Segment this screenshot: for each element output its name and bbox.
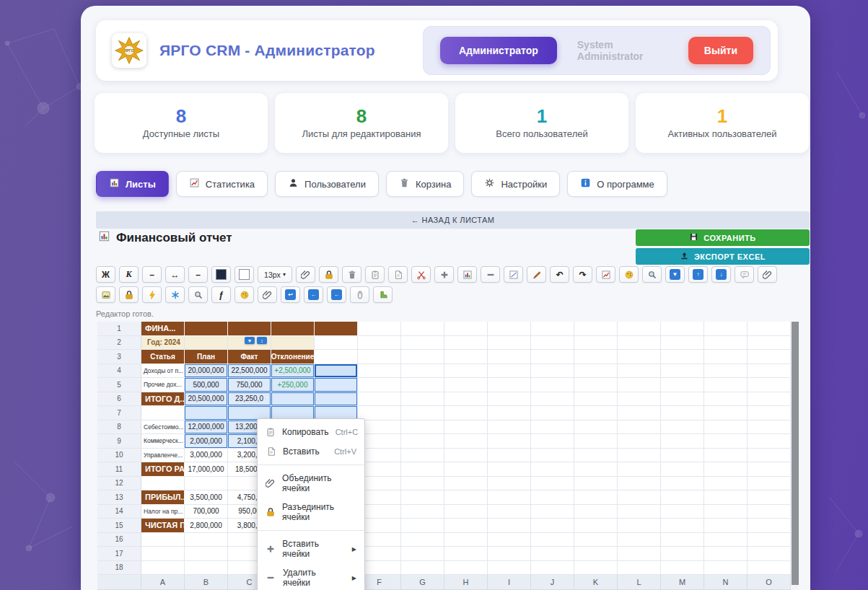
cell-A17[interactable] <box>141 547 185 561</box>
link-button[interactable] <box>296 266 315 283</box>
cell-A9[interactable]: Коммерческ... <box>141 434 185 449</box>
cell-M7[interactable] <box>661 406 704 421</box>
cell-H4[interactable] <box>444 364 488 379</box>
cell-A8[interactable]: Себестоимо... <box>141 421 185 435</box>
cell-C3[interactable]: Факт <box>228 350 271 364</box>
cell-I3[interactable] <box>488 350 531 364</box>
cell-M15[interactable] <box>661 519 704 533</box>
back-key-button[interactable]: ← <box>327 286 346 303</box>
row-header-2[interactable]: 2 <box>97 336 141 351</box>
cell-N9[interactable] <box>704 434 748 449</box>
cell-K15[interactable] <box>574 519 618 533</box>
cell-I17[interactable] <box>488 547 531 561</box>
cell-L7[interactable] <box>618 406 661 421</box>
freeze-button[interactable] <box>165 286 185 303</box>
cell-G5[interactable] <box>401 378 444 392</box>
menu-item-merge-cells[interactable]: Объединить ячейки <box>258 469 364 498</box>
cell-M1[interactable] <box>661 322 704 336</box>
italic-button[interactable]: К <box>119 266 139 283</box>
cell-N4[interactable] <box>704 364 748 379</box>
cell-O4[interactable] <box>748 364 791 379</box>
cell-O14[interactable] <box>748 505 791 519</box>
cell-N2[interactable] <box>704 336 748 351</box>
row-header-3[interactable]: 3 <box>97 350 141 364</box>
borders-button[interactable] <box>504 266 523 283</box>
cell-O5[interactable] <box>748 378 791 392</box>
cell-K11[interactable] <box>574 462 618 477</box>
cell-B7[interactable] <box>185 406 228 421</box>
cell-G18[interactable] <box>401 561 444 576</box>
cell-G14[interactable] <box>401 505 444 519</box>
row-header-7[interactable]: 7 <box>97 406 141 421</box>
cell-G2[interactable] <box>401 336 444 351</box>
cell-G15[interactable] <box>401 519 444 533</box>
cell-L3[interactable] <box>618 350 661 364</box>
cell-K12[interactable] <box>574 477 618 491</box>
cell-G11[interactable] <box>401 462 444 477</box>
cell-H8[interactable] <box>444 421 488 435</box>
cell-A2[interactable]: Год: 2024 <box>141 336 185 351</box>
cell-H10[interactable] <box>444 449 488 463</box>
zoom-button[interactable] <box>188 286 208 303</box>
row-header-15[interactable]: 15 <box>97 519 141 533</box>
sort-updown-icon[interactable]: ↕ <box>257 337 267 344</box>
cell-M14[interactable] <box>661 505 704 519</box>
column-header-J[interactable]: J <box>531 575 574 589</box>
cell-N11[interactable] <box>704 462 748 477</box>
cell-J18[interactable] <box>531 561 574 576</box>
row-header-9[interactable]: 9 <box>97 434 141 449</box>
cell-J12[interactable] <box>531 477 574 491</box>
row-header-1[interactable]: 1 <box>97 322 141 336</box>
insert-chart-button[interactable] <box>457 266 477 283</box>
cell-B5[interactable]: 500,000 <box>185 378 228 392</box>
cell-E6[interactable] <box>315 392 358 407</box>
cell-J14[interactable] <box>531 505 574 519</box>
row-header-11[interactable]: 11 <box>97 462 141 477</box>
cell-L17[interactable] <box>618 547 661 561</box>
formula-button[interactable]: ƒ <box>211 286 231 303</box>
format-paint-button[interactable] <box>527 266 546 283</box>
cell-B13[interactable]: 3,500,000 <box>185 490 228 505</box>
cell-K5[interactable] <box>574 378 618 392</box>
cell-M2[interactable] <box>661 336 704 351</box>
cell-O6[interactable] <box>748 392 791 407</box>
cell-M6[interactable] <box>661 392 704 407</box>
cell-C1[interactable] <box>228 322 271 336</box>
cell-H2[interactable] <box>444 336 488 351</box>
cell-E3[interactable] <box>315 350 358 364</box>
cell-B18[interactable] <box>185 561 228 576</box>
tab-stats[interactable]: Статистика <box>176 171 268 197</box>
cell-K3[interactable] <box>574 350 618 364</box>
cell-M3[interactable] <box>661 350 704 364</box>
cell-J2[interactable] <box>531 336 574 351</box>
paste-button[interactable] <box>388 266 408 283</box>
menu-item-insert-cells[interactable]: Вставить ячейки▶ <box>258 534 364 563</box>
cell-M9[interactable] <box>661 434 704 449</box>
footer-button[interactable] <box>373 286 393 303</box>
grid-corner[interactable] <box>97 575 141 589</box>
cell-I10[interactable] <box>488 449 531 463</box>
cell-D2[interactable] <box>271 336 315 351</box>
cell-B12[interactable] <box>185 477 228 491</box>
export-excel-button[interactable]: ЭКСПОРТ EXCEL <box>636 248 810 265</box>
wrap-text-button[interactable]: ↔ <box>165 266 185 283</box>
cell-J8[interactable] <box>531 421 574 435</box>
cell-A11[interactable]: ИТОГО РА... <box>141 462 185 477</box>
cut-button[interactable] <box>411 266 431 283</box>
row-header-8[interactable]: 8 <box>97 421 141 435</box>
column-header-I[interactable]: I <box>488 575 531 589</box>
cell-A7[interactable] <box>141 406 185 421</box>
cell-O11[interactable] <box>748 462 791 477</box>
cell-M16[interactable] <box>661 533 704 547</box>
cell-C4[interactable]: 22,500,000 <box>228 364 271 379</box>
back-to-sheets-link[interactable]: ← НАЗАД К ЛИСТАМ <box>96 211 810 229</box>
row-header-17[interactable]: 17 <box>97 547 141 561</box>
protect-button[interactable] <box>119 286 139 303</box>
cell-F7[interactable] <box>358 406 401 421</box>
row-header-5[interactable]: 5 <box>97 378 141 392</box>
cell-B10[interactable]: 3,000,000 <box>185 449 228 463</box>
cell-M10[interactable] <box>661 449 704 463</box>
cell-L4[interactable] <box>618 364 661 379</box>
cell-L15[interactable] <box>618 519 661 533</box>
cell-N16[interactable] <box>704 533 748 547</box>
